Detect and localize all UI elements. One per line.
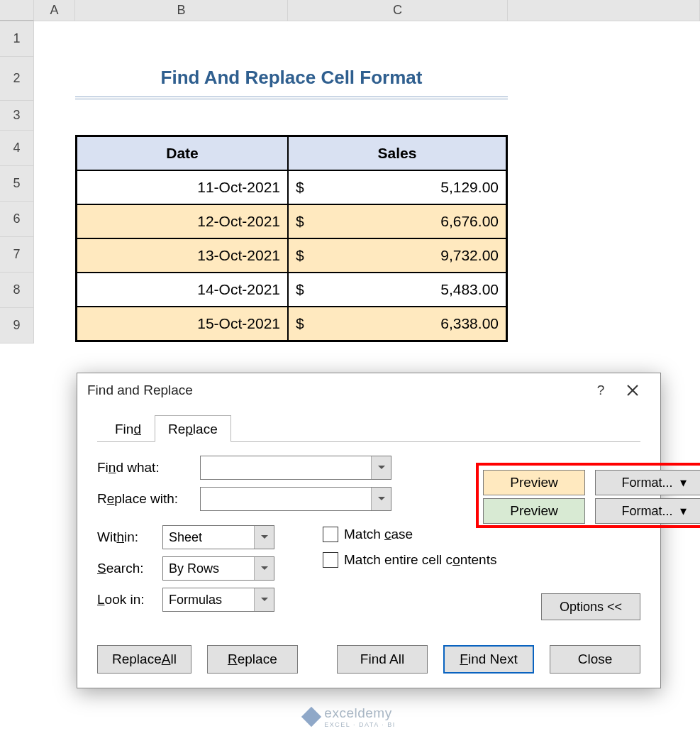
dialog-titlebar[interactable]: Find and Replace ? — [77, 373, 660, 407]
col-header-C[interactable]: C — [288, 0, 508, 21]
logo-icon — [301, 707, 321, 727]
chevron-down-icon[interactable] — [371, 456, 391, 479]
table-row[interactable]: 15-Oct-2021 $6,338.00 — [77, 307, 506, 341]
find-format-preview: Preview — [483, 470, 585, 495]
col-header-rest — [508, 0, 700, 21]
close-button[interactable]: Close — [550, 645, 640, 674]
within-label: Within: — [97, 529, 162, 545]
cell-sales[interactable]: $9,732.00 — [288, 238, 506, 273]
cell-date[interactable]: 11-Oct-2021 — [77, 170, 288, 204]
row-header-8[interactable]: 8 — [0, 273, 33, 308]
lookin-select[interactable]: Formulas — [162, 588, 274, 612]
row-header-1[interactable]: 1 — [0, 21, 33, 57]
row-header-4[interactable]: 4 — [0, 131, 33, 166]
find-format-button[interactable]: Format...▾ — [595, 470, 700, 495]
checkbox-icon[interactable] — [323, 552, 338, 568]
replace-with-input[interactable] — [200, 487, 391, 511]
chevron-down-icon: ▾ — [680, 503, 687, 519]
find-what-label: Find what: — [97, 460, 200, 476]
worksheet-cells[interactable]: Find And Replace Cell Format Date Sales … — [34, 21, 700, 343]
row-header-6[interactable]: 6 — [0, 202, 33, 237]
chevron-down-icon: ▾ — [680, 475, 687, 490]
within-select[interactable]: Sheet — [162, 525, 274, 549]
help-button[interactable]: ? — [587, 383, 615, 398]
row-header-2[interactable]: 2 — [0, 57, 33, 101]
search-select[interactable]: By Rows — [162, 556, 274, 581]
replace-format-preview: Preview — [483, 498, 585, 524]
table-row[interactable]: 11-Oct-2021 $5,129.00 — [77, 170, 506, 204]
data-table: Date Sales 11-Oct-2021 $5,129.00 12-Oct-… — [75, 135, 508, 342]
dialog-title: Find and Replace — [87, 383, 193, 398]
table-row[interactable]: 14-Oct-2021 $5,483.00 — [77, 273, 506, 307]
search-label: Search: — [97, 561, 162, 576]
row-header-5[interactable]: 5 — [0, 166, 33, 202]
replace-button[interactable]: Replace — [207, 645, 298, 674]
tab-replace[interactable]: Replace — [155, 415, 231, 442]
replace-format-button[interactable]: Format...▾ — [595, 498, 700, 524]
options-button[interactable]: Options << — [541, 593, 640, 620]
tab-find[interactable]: Find — [101, 415, 155, 442]
chevron-down-icon[interactable] — [254, 588, 274, 611]
cell-date[interactable]: 12-Oct-2021 — [77, 204, 288, 238]
find-all-button[interactable]: Find All — [337, 645, 428, 674]
th-date[interactable]: Date — [77, 136, 288, 170]
row-header-3[interactable]: 3 — [0, 101, 33, 131]
watermark: exceldemy EXCEL · DATA · BI — [0, 705, 700, 728]
col-header-B[interactable]: B — [75, 0, 288, 21]
cell-sales[interactable]: $6,676.00 — [288, 204, 506, 238]
cell-date[interactable]: 14-Oct-2021 — [77, 273, 288, 307]
cell-date[interactable]: 13-Oct-2021 — [77, 238, 288, 273]
row-header-9[interactable]: 9 — [0, 308, 33, 343]
table-row[interactable]: 12-Oct-2021 $6,676.00 — [77, 204, 506, 238]
column-headers: A B C — [0, 0, 700, 21]
close-icon[interactable] — [615, 384, 650, 397]
page-title: Find And Replace Cell Format — [75, 58, 508, 99]
cell-date[interactable]: 15-Oct-2021 — [77, 307, 288, 341]
dialog-tabs: Find Replace — [101, 413, 640, 441]
col-header-A[interactable]: A — [34, 0, 75, 21]
th-sales[interactable]: Sales — [288, 136, 506, 170]
chevron-down-icon[interactable] — [254, 526, 274, 549]
find-replace-dialog: Find and Replace ? Find Replace Find wha… — [77, 373, 661, 688]
find-what-input[interactable] — [200, 456, 391, 480]
format-preview-highlight: Preview Format...▾ Preview Format...▾ — [476, 463, 700, 528]
checkbox-icon[interactable] — [323, 527, 338, 542]
cell-sales[interactable]: $6,338.00 — [288, 307, 506, 341]
chevron-down-icon[interactable] — [371, 488, 391, 510]
replace-all-button[interactable]: Replace All — [97, 645, 191, 674]
row-header-7[interactable]: 7 — [0, 237, 33, 273]
find-next-button[interactable]: Find Next — [443, 645, 534, 674]
row-headers: 1 2 3 4 5 6 7 8 9 — [0, 21, 34, 343]
cell-sales[interactable]: $5,129.00 — [288, 170, 506, 204]
chevron-down-icon[interactable] — [254, 557, 274, 580]
match-entire-checkbox[interactable]: Match entire cell contents — [323, 547, 640, 573]
lookin-label: Look in: — [97, 592, 162, 608]
replace-with-label: Replace with: — [97, 491, 200, 507]
table-row[interactable]: 13-Oct-2021 $9,732.00 — [77, 238, 506, 273]
cell-sales[interactable]: $5,483.00 — [288, 273, 506, 307]
dialog-button-row: Replace All Replace Find All Find Next C… — [97, 645, 640, 674]
select-all-corner[interactable] — [0, 0, 34, 21]
